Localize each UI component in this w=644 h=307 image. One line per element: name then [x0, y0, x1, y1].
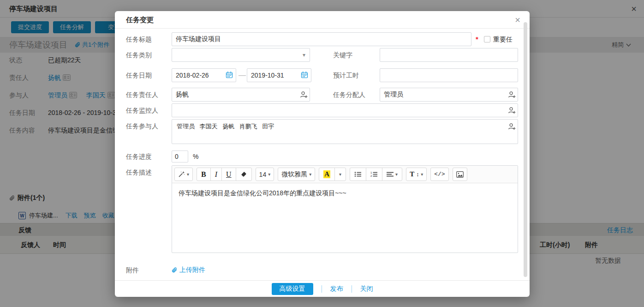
participants-box[interactable]: 管理员 李国天 扬帆 肖鹏飞 田宇 [172, 119, 518, 144]
eraser-icon [240, 171, 247, 178]
code-view-button[interactable]: </> [430, 168, 448, 181]
footer-divider [352, 285, 352, 293]
task-title-input[interactable] [172, 32, 471, 46]
advanced-settings-button[interactable]: 高级设置 [272, 283, 313, 295]
estimated-hours-input[interactable] [380, 68, 518, 82]
assigner-input[interactable] [380, 88, 518, 102]
description-content[interactable]: 停车场建设项目是金信绿化公司2018年的重点建设项目~~~ [172, 183, 518, 253]
magic-format-button[interactable]: ▾ [174, 168, 193, 181]
font-color-button[interactable]: A [319, 168, 334, 181]
row-participants: 任务参与人 管理员 李国天 扬帆 肖鹏飞 田宇 [126, 119, 519, 144]
row-attachment: 附件 上传附件 [126, 263, 519, 277]
required-mark: * [476, 32, 478, 46]
bullet-list-icon [354, 171, 362, 177]
text-style-group: B I U [197, 168, 252, 181]
publish-button[interactable]: 发布 [330, 285, 343, 293]
paperclip-icon [172, 267, 178, 274]
font-size-select[interactable]: 14 ▾ [256, 168, 274, 181]
close-button[interactable]: 关闭 [360, 285, 373, 293]
numbered-list-button[interactable]: 12 [366, 168, 382, 181]
row-monitor: 任务监控人 [126, 103, 519, 117]
screen: 停车场建设项目 × 提交进度 任务分解 变更 停车场建设项目 共1个附件 精简 … [0, 0, 644, 307]
align-icon [387, 171, 394, 177]
calendar-icon[interactable] [301, 71, 308, 78]
font-color-group: A ▾ [319, 168, 346, 181]
add-person-icon[interactable] [507, 106, 516, 114]
calendar-icon[interactable] [226, 71, 233, 78]
row-dates-hours: 任务日期 — 预计工时 [126, 68, 519, 82]
row-progress: 任务进度 % [126, 150, 519, 163]
dialog-header: 任务变更 × [115, 11, 530, 29]
footer-divider [322, 285, 322, 293]
important-task-checkbox[interactable] [484, 36, 490, 42]
row-category-keyword: 任务类别 ▾ 关键字 [126, 48, 519, 62]
row-owner-assigner: 任务责任人 任务分配人 [126, 88, 519, 102]
insert-image-button[interactable] [453, 168, 467, 181]
add-person-icon[interactable] [507, 122, 516, 131]
dialog-title: 任务变更 [126, 11, 154, 29]
rich-text-editor: ▾ B I U 14 ▾ 微软雅黑 ▾ [172, 165, 518, 253]
editor-toolbar: ▾ B I U 14 ▾ 微软雅黑 ▾ [172, 166, 518, 183]
progress-input[interactable] [172, 150, 188, 163]
add-person-icon[interactable] [299, 90, 308, 99]
bullet-list-button[interactable] [350, 168, 366, 181]
list-align-group: 12 ▾ [350, 168, 402, 181]
add-person-icon[interactable] [507, 90, 516, 99]
keyword-input[interactable] [380, 48, 518, 62]
monitor-input[interactable] [172, 103, 518, 117]
dialog-footer: 高级设置 发布 关闭 [115, 280, 530, 297]
eraser-button[interactable] [236, 168, 251, 181]
date-range-separator: — [238, 68, 246, 82]
numbered-list-icon: 12 [370, 171, 378, 177]
image-icon [456, 171, 464, 178]
category-select[interactable]: ▾ [172, 48, 310, 62]
row-description: 任务描述 ▾ B I U 14 ▾ [126, 165, 519, 253]
caret-down-icon: ▾ [303, 48, 305, 61]
percent-unit: % [193, 150, 198, 163]
italic-button[interactable]: I [210, 168, 221, 181]
magic-wand-icon [178, 171, 185, 178]
updown-arrow-icon: ↕ [416, 171, 419, 178]
underline-button[interactable]: U [221, 168, 236, 181]
close-icon[interactable]: × [515, 11, 520, 29]
bold-button[interactable]: B [197, 168, 210, 181]
upload-attachment-link[interactable]: 上传附件 [172, 263, 205, 277]
line-height-button[interactable]: T↕ ▾ [406, 168, 427, 181]
align-button[interactable]: ▾ [382, 168, 402, 181]
row-task-title: 任务标题 * 重要任务 [126, 32, 519, 46]
font-family-select[interactable]: 微软雅黑 ▾ [278, 168, 315, 181]
font-color-caret[interactable]: ▾ [334, 168, 346, 181]
svg-text:1: 1 [370, 171, 372, 174]
owner-input[interactable] [172, 88, 310, 102]
svg-text:2: 2 [370, 175, 372, 177]
task-change-dialog: 任务变更 × 任务标题 * 重要任务 任务类别 ▾ 关键字 任务日期 — [115, 11, 530, 297]
scrollbar[interactable] [524, 22, 527, 277]
